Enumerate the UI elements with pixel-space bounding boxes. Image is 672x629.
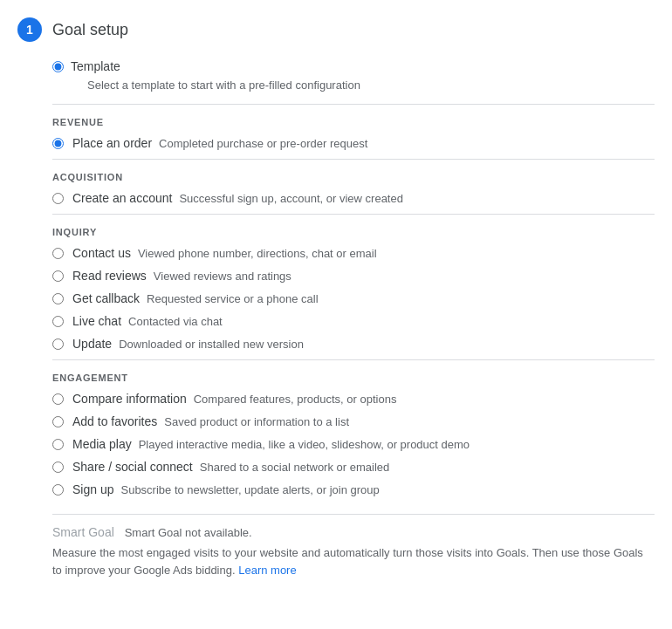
category-revenue: REVENUEPlace an orderCompleted purchase … — [52, 104, 655, 150]
option-name: Create an account — [72, 191, 172, 205]
option-row[interactable]: Place an orderCompleted purchase or pre-… — [52, 136, 655, 150]
option-name: Get callback — [72, 291, 140, 305]
option-desc: Saved product or information to a list — [164, 415, 349, 428]
option-row[interactable]: Live chatContacted via chat — [52, 314, 655, 328]
option-row[interactable]: Share / social connectShared to a social… — [52, 460, 655, 474]
option-desc: Subscribe to newsletter, update alerts, … — [120, 483, 379, 496]
option-desc: Requested service or a phone call — [147, 292, 319, 305]
option-name: Compare information — [72, 392, 187, 406]
template-radio[interactable] — [52, 61, 64, 72]
option-row[interactable]: Get callbackRequested service or a phone… — [52, 291, 655, 305]
category-acquisition: ACQUISITIONCreate an accountSuccessful s… — [52, 159, 655, 205]
option-name: Sign up — [72, 482, 113, 496]
option-desc: Successful sign up, account, or view cre… — [179, 192, 403, 205]
option-name: Live chat — [72, 314, 121, 328]
learn-more-link[interactable]: Learn more — [238, 564, 296, 577]
option-name: Media play — [72, 437, 132, 451]
smart-goal-note: Measure the most engaged visits to your … — [52, 544, 655, 578]
option-desc: Completed purchase or pre-order request — [159, 137, 367, 150]
option-name: Add to favorites — [72, 414, 157, 428]
option-row[interactable]: Create an accountSuccessful sign up, acc… — [52, 191, 655, 205]
template-section: Template Select a template to start with… — [52, 59, 655, 578]
option-desc: Contacted via chat — [128, 315, 223, 328]
template-description: Select a template to start with a pre-fi… — [87, 79, 655, 92]
smart-goal-title: Smart Goal — [52, 525, 114, 539]
categories-container: REVENUEPlace an orderCompleted purchase … — [52, 104, 655, 496]
radio-update[interactable] — [52, 338, 64, 350]
option-desc: Shared to a social network or emailed — [200, 461, 390, 474]
goal-setup-header: 1 Goal setup — [17, 17, 655, 42]
radio-read-reviews[interactable] — [52, 270, 64, 282]
category-label-acquisition: ACQUISITION — [52, 172, 655, 182]
page-title: Goal setup — [52, 21, 128, 39]
option-name: Read reviews — [72, 269, 147, 283]
option-desc: Viewed reviews and ratings — [154, 270, 291, 283]
option-name: Contact us — [72, 246, 131, 260]
category-label-revenue: REVENUE — [52, 117, 655, 127]
option-desc: Compared features, products, or options — [194, 393, 397, 406]
option-desc: Played interactive media, like a video, … — [139, 438, 470, 451]
radio-create-an-account[interactable] — [52, 193, 64, 204]
option-row[interactable]: Add to favoritesSaved product or informa… — [52, 414, 655, 428]
template-label: Template — [71, 59, 120, 73]
option-row[interactable]: UpdateDownloaded or installed new versio… — [52, 337, 655, 351]
option-row[interactable]: Compare informationCompared features, pr… — [52, 392, 655, 406]
radio-add-to-favorites[interactable] — [52, 416, 64, 427]
option-desc: Viewed phone number, directions, chat or… — [138, 247, 377, 260]
radio-share-/-social-connect[interactable] — [52, 461, 64, 473]
category-inquiry: INQUIRYContact usViewed phone number, di… — [52, 214, 655, 351]
option-name: Update — [72, 337, 112, 351]
category-engagement: ENGAGEMENTCompare informationCompared fe… — [52, 359, 655, 496]
radio-media-play[interactable] — [52, 439, 64, 450]
smart-goal-section: Smart Goal Smart Goal not available. Mea… — [52, 514, 655, 578]
option-row[interactable]: Read reviewsViewed reviews and ratings — [52, 269, 655, 283]
option-row[interactable]: Contact usViewed phone number, direction… — [52, 246, 655, 260]
category-label-engagement: ENGAGEMENT — [52, 373, 655, 383]
option-row[interactable]: Sign upSubscribe to newsletter, update a… — [52, 482, 655, 496]
radio-sign-up[interactable] — [52, 484, 64, 496]
category-label-inquiry: INQUIRY — [52, 227, 655, 237]
smart-goal-status: Smart Goal not available. — [125, 526, 252, 539]
step-circle: 1 — [17, 17, 42, 42]
radio-place-an-order[interactable] — [52, 138, 64, 149]
radio-live-chat[interactable] — [52, 316, 64, 327]
option-desc: Downloaded or installed new version — [119, 338, 304, 351]
option-name: Share / social connect — [72, 460, 193, 474]
template-radio-row[interactable]: Template — [52, 59, 655, 73]
radio-compare-information[interactable] — [52, 393, 64, 405]
option-row[interactable]: Media playPlayed interactive media, like… — [52, 437, 655, 451]
radio-get-callback[interactable] — [52, 293, 64, 304]
option-name: Place an order — [72, 136, 152, 150]
radio-contact-us[interactable] — [52, 248, 64, 259]
